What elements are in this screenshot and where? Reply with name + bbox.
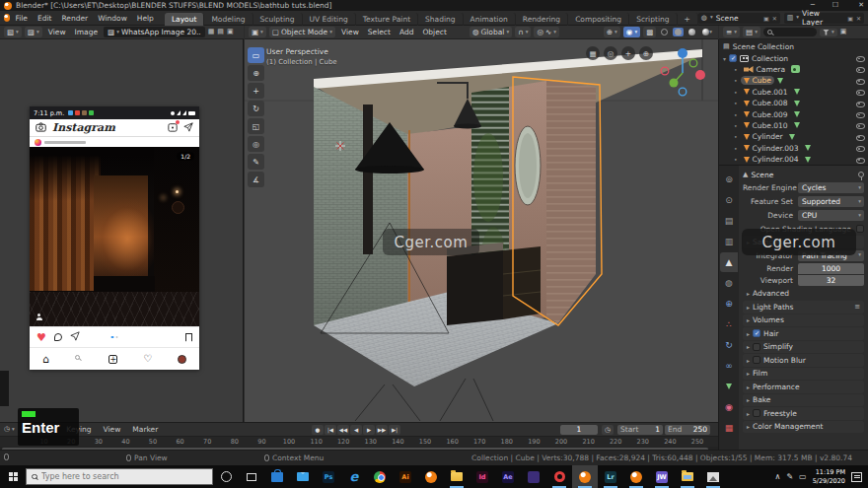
- taskbar-app-photoshop[interactable]: Ps: [316, 465, 341, 488]
- menu-select[interactable]: Select: [365, 27, 394, 37]
- taskbar-search-input[interactable]: [41, 472, 189, 481]
- hide-in-viewport-toggle[interactable]: [855, 144, 864, 152]
- outliner-item[interactable]: • Cube.008: [719, 98, 868, 108]
- side-cabinet[interactable]: [503, 246, 541, 319]
- annotate-tool[interactable]: ✎: [248, 154, 264, 170]
- workspace-tab[interactable]: Texture Paint: [356, 13, 418, 26]
- hide-in-viewport-toggle[interactable]: [855, 77, 864, 85]
- outliner-display-dropdown[interactable]: ▤▾: [743, 27, 760, 37]
- axis-z-neg[interactable]: [679, 88, 687, 96]
- menubar-item[interactable]: Window: [93, 13, 132, 24]
- osl-checkbox[interactable]: [856, 225, 864, 233]
- outliner-panel[interactable]: ▤ Scene Collection ▾ Collection • Camera: [718, 39, 868, 166]
- start-frame-field[interactable]: Start 1: [617, 425, 663, 435]
- maximize-button[interactable]: ☐: [832, 2, 838, 9]
- image-pivot-dropdown[interactable]: ▨▾: [25, 27, 42, 37]
- minimize-button[interactable]: ─: [811, 2, 815, 9]
- view-layer-selector[interactable]: ▥▾ View Layer ▣ ✕: [784, 13, 864, 24]
- tab-modifiers[interactable]: ⊕: [720, 294, 738, 314]
- activity-icon[interactable]: ♡: [143, 354, 152, 364]
- timeline-editor[interactable]: ◷ ▾ PlaybackKeyingViewMarker ● |◀ ◀◀ ◀ ▶…: [0, 422, 718, 450]
- editor-type-dropdown[interactable]: ▧▾: [4, 27, 22, 37]
- workspace-tab[interactable]: Animation: [464, 13, 516, 26]
- camera-icon[interactable]: [36, 122, 46, 134]
- menubar-item[interactable]: File: [10, 13, 33, 24]
- close-button[interactable]: ✕: [858, 2, 864, 9]
- timeline-menu-item[interactable]: Marker: [127, 424, 163, 435]
- shading-wireframe-button[interactable]: [659, 28, 670, 36]
- unlink-scene-icon[interactable]: ✕: [772, 15, 777, 22]
- outliner-item[interactable]: • Cube: [719, 75, 868, 86]
- taskbar-app-microsoft-store[interactable]: [264, 465, 290, 488]
- menu-image[interactable]: Image: [72, 27, 102, 37]
- properties-section[interactable]: ▸ Freestyle ≡: [743, 407, 864, 420]
- perspective-toggle-icon[interactable]: ▦: [586, 46, 600, 60]
- transform-tool[interactable]: ◎: [248, 136, 264, 152]
- share-icon[interactable]: [70, 331, 80, 343]
- outliner-row-collection[interactable]: ▾ Collection: [719, 52, 868, 63]
- comment-icon[interactable]: [54, 333, 62, 341]
- new-post-icon[interactable]: +: [108, 355, 117, 364]
- menubar-item[interactable]: Edit: [33, 13, 57, 24]
- workspace-tab[interactable]: Modeling: [204, 13, 253, 26]
- section-checkbox[interactable]: [753, 343, 760, 351]
- menu-add[interactable]: Add: [397, 27, 417, 37]
- wall-clock[interactable]: [335, 141, 345, 151]
- tab-output[interactable]: ▤: [720, 211, 738, 231]
- new-scene-icon[interactable]: ▣: [763, 15, 769, 22]
- tab-render[interactable]: ⊙: [720, 190, 738, 210]
- properties-section[interactable]: ▸ Simplify ≡: [743, 341, 864, 354]
- menubar-item[interactable]: Help: [132, 13, 159, 24]
- post-user-row[interactable]: [30, 137, 199, 147]
- axis-x-neg[interactable]: [661, 67, 669, 75]
- tab-object-data[interactable]: [720, 377, 738, 396]
- outliner-search-input[interactable]: [763, 28, 817, 36]
- hide-in-viewport-toggle[interactable]: [855, 121, 864, 129]
- tab-constraints[interactable]: ∞: [720, 356, 738, 376]
- preset-icon[interactable]: ≡: [854, 303, 860, 311]
- properties-panel[interactable]: ⊚ ⊙ ▤ ▥ ▲ ◍ ⊕ ∴ ↻ ∞ ◉ ▦ ▲ Scene Render E…: [718, 166, 868, 450]
- taskbar-app-indesign[interactable]: Id: [470, 465, 495, 488]
- tab-particles[interactable]: ∴: [720, 314, 738, 334]
- menu-object[interactable]: Object: [419, 27, 449, 37]
- tray-pen-icon[interactable]: ✎: [786, 472, 793, 481]
- vanity-cabinet[interactable]: [447, 250, 503, 325]
- hide-in-viewport-toggle[interactable]: [855, 88, 864, 96]
- axis-y[interactable]: [670, 79, 679, 88]
- measure-tool[interactable]: ∡: [248, 172, 264, 187]
- remove-view-layer-icon[interactable]: ✕: [856, 15, 861, 22]
- new-view-layer-icon[interactable]: ▣: [847, 15, 853, 22]
- pin-icon[interactable]: [858, 172, 864, 177]
- workspace-tab[interactable]: +: [678, 13, 698, 26]
- play-reverse-button[interactable]: ◀: [350, 425, 362, 435]
- workspace-tab[interactable]: Layout: [165, 13, 205, 26]
- start-button[interactable]: [0, 465, 26, 488]
- preview-range-button[interactable]: ◷: [602, 425, 614, 435]
- render-engine-dropdown[interactable]: Cycles▾: [798, 182, 864, 193]
- axis-x[interactable]: [695, 70, 705, 80]
- taskbar-app-mail[interactable]: [290, 465, 316, 488]
- workspace-tab[interactable]: UV Editing: [303, 13, 356, 26]
- mode-dropdown[interactable]: ▢Object Mode▾: [269, 27, 335, 37]
- viewport-editor-type-dropdown[interactable]: ▣▾: [249, 27, 266, 37]
- jump-to-start-button[interactable]: |◀: [325, 425, 336, 435]
- section-checkbox[interactable]: [753, 409, 760, 417]
- hide-in-viewport-toggle[interactable]: [855, 100, 864, 107]
- dark-pillar[interactable]: [363, 105, 373, 254]
- properties-section[interactable]: ▸ Color Management ≡: [743, 421, 864, 434]
- action-center-icon[interactable]: [851, 472, 862, 482]
- tagged-user-icon[interactable]: [36, 314, 42, 320]
- end-frame-field[interactable]: End 250: [665, 425, 710, 435]
- workspace-tab[interactable]: Sculpting: [253, 13, 303, 26]
- tab-material[interactable]: ◉: [720, 397, 738, 417]
- hide-in-viewport-toggle[interactable]: [855, 133, 864, 141]
- taskbar-app-chrome[interactable]: [367, 465, 393, 488]
- properties-section[interactable]: ▸ Volumes ≡: [743, 314, 864, 327]
- outliner-item[interactable]: • Cube.001: [719, 87, 868, 98]
- zoom-view-icon[interactable]: ⊕: [639, 46, 653, 60]
- tab-physics[interactable]: ↻: [720, 335, 738, 355]
- task-view-button[interactable]: [239, 465, 264, 488]
- outliner-item[interactable]: • Cylinder.003: [719, 143, 868, 154]
- menu-view[interactable]: View: [338, 27, 362, 37]
- outliner-item[interactable]: • Cylinder.004: [719, 154, 868, 165]
